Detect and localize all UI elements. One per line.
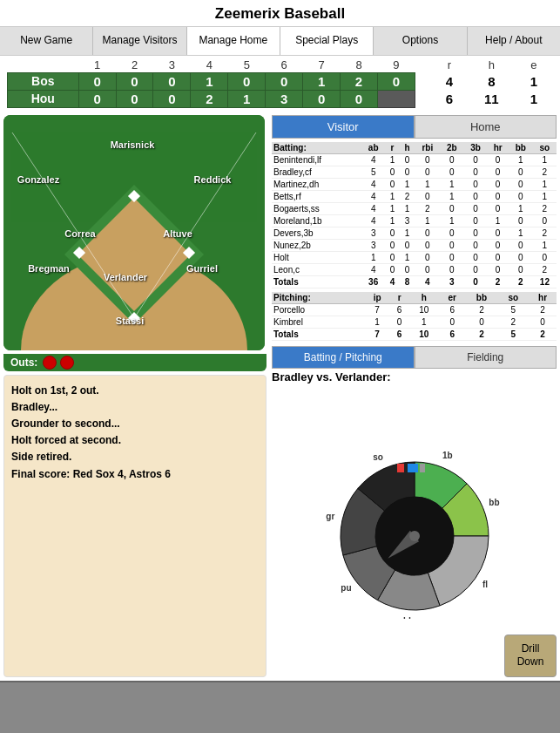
batting-cell: 0 xyxy=(463,153,487,166)
commentary-line: Final score: Red Sox 4, Astros 6 xyxy=(11,466,259,483)
batting-cell: Leon,c xyxy=(272,263,361,275)
batting-cell: 12 xyxy=(533,275,557,288)
chart-label: so xyxy=(373,452,383,462)
nav-options[interactable]: Options xyxy=(374,27,467,55)
tab-batting-pitching[interactable]: Batting / Pitching xyxy=(272,346,415,369)
tab-home[interactable]: Home xyxy=(415,115,557,139)
commentary-box: Holt on 1st, 2 out.Bradley...Grounder to… xyxy=(3,375,267,677)
nav-new-game[interactable]: New Game xyxy=(0,27,93,55)
batting-cell: 0 xyxy=(400,239,415,251)
pitching-cell: 1 xyxy=(409,316,439,328)
score-cell: 0 xyxy=(228,72,266,90)
batting-cell: Moreland,1b xyxy=(272,214,361,227)
pitching-header: hr xyxy=(529,292,557,304)
batting-cell: 4 xyxy=(361,202,385,214)
batting-cell: 0 xyxy=(463,263,487,275)
chart-label: 1b xyxy=(442,451,453,460)
batting-cell: 4 xyxy=(361,178,385,190)
batting-cell: 0 xyxy=(463,190,487,202)
batting-cell: 1 xyxy=(400,202,415,214)
drill-down-button[interactable]: DrillDown xyxy=(504,635,557,677)
score-cell: 0 xyxy=(116,72,153,90)
inning-header-1: 2 xyxy=(116,58,153,73)
batting-cell: 0 xyxy=(415,227,440,239)
nav-special-plays[interactable]: Special Plays xyxy=(280,27,374,55)
score-cell: 0 xyxy=(153,90,191,107)
player-1b: Gurriel xyxy=(186,263,218,274)
batting-cell: 0 xyxy=(440,227,463,239)
batting-header: 3b xyxy=(463,142,487,154)
chart-label: pu xyxy=(341,583,351,593)
batting-cell: 1 xyxy=(533,239,557,251)
pitching-header: so xyxy=(497,292,529,304)
batting-cell: 0 xyxy=(488,178,509,190)
tab-fielding[interactable]: Fielding xyxy=(415,346,557,369)
batting-cell: 0 xyxy=(488,239,509,251)
navigation: New Game Manage Visitors Manage Home Spe… xyxy=(0,26,560,56)
pitching-cell: 10 xyxy=(409,303,439,316)
batting-cell: Bogaerts,ss xyxy=(272,202,361,214)
batting-cell: 3 xyxy=(361,239,385,251)
chart-label: fl xyxy=(482,580,488,589)
batting-cell: Martinez,dh xyxy=(272,178,361,190)
batting-cell: 0 xyxy=(385,166,400,178)
batting-cell: 0 xyxy=(488,202,509,214)
pitching-cell: Kimbrel xyxy=(272,316,364,328)
batting-cell: 4 xyxy=(361,190,385,202)
bottom-tabs: Batting / Pitching Fielding xyxy=(272,346,557,369)
pitching-cell: 0 xyxy=(390,316,409,328)
chart-label: ld xyxy=(402,616,410,619)
pitching-cell: 6 xyxy=(390,303,409,316)
pitching-cell: 6 xyxy=(439,303,466,316)
chart-marker-red xyxy=(397,464,404,472)
score-cell: 1 xyxy=(228,90,266,107)
nav-manage-home[interactable]: Manage Home xyxy=(187,27,280,55)
batting-cell: 0 xyxy=(509,251,533,263)
tab-visitor[interactable]: Visitor xyxy=(272,115,415,139)
batting-cell: 8 xyxy=(400,275,415,288)
inning-header-5: 6 xyxy=(266,58,303,73)
rhe-val: 11 xyxy=(468,90,515,107)
batting-cell: 1 xyxy=(400,178,415,190)
batting-row: Betts,rf412010001 xyxy=(272,190,557,202)
batting-cell: 1 xyxy=(440,214,463,227)
inning-header-10: r xyxy=(430,58,468,73)
batting-cell: 1 xyxy=(400,251,415,263)
batting-cell: 0 xyxy=(463,178,487,190)
pitching-header: h xyxy=(409,292,439,304)
chart-title: Bradley vs. Verlander: xyxy=(272,370,391,383)
score-cell: 0 xyxy=(116,90,153,107)
score-cell: 2 xyxy=(191,90,228,107)
player-rf: Reddick xyxy=(194,174,232,185)
pitching-cell: 10 xyxy=(409,328,439,340)
team-name: Bos xyxy=(8,72,79,90)
chart-marker-blue xyxy=(408,464,418,472)
pitching-cell: 6 xyxy=(390,328,409,340)
batting-cell: 1 xyxy=(488,214,509,227)
batting-cell: Devers,3b xyxy=(272,227,361,239)
pitching-stats-table: Pitching:iprherbbsohrPorcello76106252Kim… xyxy=(272,292,557,341)
batting-cell: 0 xyxy=(488,190,509,202)
batting-cell: 1 xyxy=(361,251,385,263)
batting-cell: 0 xyxy=(385,239,400,251)
commentary-line: Bradley... xyxy=(11,399,259,416)
batting-cell: 1 xyxy=(385,202,400,214)
score-cell: 0 xyxy=(377,72,415,90)
nav-manage-visitors[interactable]: Manage Visitors xyxy=(93,27,186,55)
scoreboard: 123456789rheBos000100120481Hou00021300 6… xyxy=(0,56,560,112)
pitching-row: Kimbrel1010020 xyxy=(272,316,557,328)
score-cell: 0 xyxy=(78,72,116,90)
batting-cell: 1 xyxy=(533,190,557,202)
batting-cell: 0 xyxy=(385,178,400,190)
batting-row: Martinez,dh401110001 xyxy=(272,178,557,190)
chart-center xyxy=(409,531,420,541)
batting-cell: 2 xyxy=(415,202,440,214)
pitching-cell: 0 xyxy=(529,316,557,328)
outs-row: Outs: xyxy=(3,354,267,371)
score-cell: 0 xyxy=(78,90,116,107)
nav-help-about[interactable]: Help / About xyxy=(468,27,560,55)
batting-cell: 0 xyxy=(533,251,557,263)
chart-label: bb xyxy=(489,498,499,507)
batting-header: r xyxy=(385,142,400,154)
batting-cell: 0 xyxy=(463,239,487,251)
